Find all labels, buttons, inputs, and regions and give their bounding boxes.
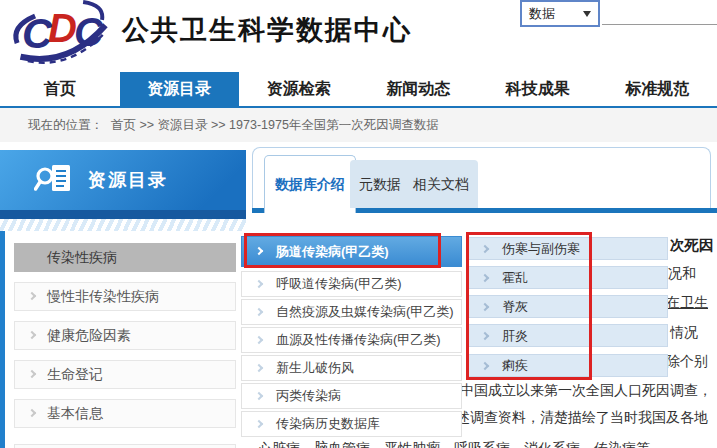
sidebar-item-label: 健康危险因素	[47, 327, 131, 343]
sidebar-item-infectious-disease[interactable]: 传染性疾病	[14, 243, 236, 272]
sidebar-item-label: 基本信息	[47, 405, 103, 421]
nav-item-resource-catalog[interactable]: 资源目录	[120, 72, 240, 106]
chevron-right-icon	[255, 247, 263, 255]
content-fragment: 况和	[668, 265, 696, 283]
category-item-history-db[interactable]: 传染病历史数据库	[241, 411, 462, 437]
content-paragraph-line: 心脏病、脑血管病、恶性肿瘤、呼吸系病、消化系病、传染病等	[258, 440, 650, 448]
category-item-intestinal[interactable]: 肠道传染病(甲乙类)	[241, 236, 462, 267]
nav-item-home[interactable]: 首页	[0, 72, 120, 106]
search-select-value: 数据	[529, 5, 555, 23]
chevron-right-icon	[255, 364, 263, 372]
submenu-item-cholera[interactable]: 霍乱	[467, 266, 668, 289]
submenu-item-label: 伤寒与副伤寒	[502, 241, 580, 256]
chevron-right-icon	[481, 274, 489, 282]
page: C D C 公共卫生科学数据中心 数据 首页 资源目录 资源检索 新闻动态 科技…	[0, 0, 717, 448]
site-title: 公共卫生科学数据中心	[122, 12, 412, 48]
chevron-right-icon	[255, 336, 263, 344]
search-input[interactable]	[602, 0, 717, 25]
category-item-label: 肠道传染病(甲乙类)	[276, 244, 389, 259]
sidebar-item-label: 生命登记	[47, 366, 103, 382]
submenu-item-polio[interactable]: 脊灰	[467, 295, 668, 318]
sidebar-header: 资源目录	[0, 150, 246, 210]
chevron-right-icon	[28, 370, 36, 378]
category-item-label: 血源及性传播传染病(甲乙类)	[276, 332, 441, 347]
sidebar-item-chronic-disease[interactable]: 慢性非传染性疾病	[14, 282, 236, 311]
chevron-right-icon	[28, 331, 36, 339]
chevron-right-icon	[255, 280, 263, 288]
chevron-right-icon	[481, 303, 489, 311]
submenu-item-dysentery[interactable]: 痢疾	[467, 354, 668, 377]
category-item-class-c[interactable]: 丙类传染病	[241, 383, 462, 409]
sidebar-item-health-risk[interactable]: 健康危险因素	[14, 321, 236, 350]
category-item-label: 自然疫源及虫媒传染病(甲乙类)	[276, 304, 454, 319]
content-fragment: 次死因	[670, 236, 714, 255]
chevron-right-icon	[481, 332, 489, 340]
category-item-label: 新生儿破伤风	[276, 360, 354, 375]
sidebar-item-partial	[14, 444, 236, 448]
submenu-item-label: 霍乱	[502, 270, 528, 285]
sidebar-item-label: 慢性非传染性疾病	[47, 288, 159, 304]
chevron-right-icon	[255, 392, 263, 400]
tab-database-intro[interactable]: 数据库介绍	[264, 155, 356, 213]
submenu-item-label: 痢疾	[502, 358, 528, 373]
chevron-right-icon	[481, 245, 489, 253]
breadcrumb: 现在的位置： 首页 >> 资源目录 >> 1973-1975年全国第一次死因调查…	[0, 108, 717, 142]
sidebar-dark-stripe	[0, 210, 246, 219]
cdc-logo: C D C	[6, 0, 118, 66]
catalog-search-icon	[34, 163, 74, 197]
sidebar-item-basic-info[interactable]: 基本信息	[14, 399, 236, 428]
submenu-item-typhoid[interactable]: 伤寒与副伤寒	[467, 237, 668, 260]
dropdown-arrow-icon	[583, 11, 591, 17]
sidebar-title: 资源目录	[88, 168, 168, 192]
chevron-right-icon	[255, 420, 263, 428]
nav-item-achievements[interactable]: 科技成果	[478, 72, 598, 106]
chevron-right-icon	[255, 308, 263, 316]
category-item-label: 丙类传染病	[276, 388, 341, 403]
category-item-natural-focus[interactable]: 自然疫源及虫媒传染病(甲乙类)	[241, 299, 462, 325]
submenu-item-label: 脊灰	[502, 299, 528, 314]
chevron-right-icon	[481, 362, 489, 370]
category-item-blood-borne[interactable]: 血源及性传播传染病(甲乙类)	[241, 327, 462, 353]
content-fragment: 除个别	[666, 353, 708, 371]
sidebar-item-label: 传染性疾病	[47, 249, 117, 265]
submenu-item-hepatitis[interactable]: 肝炎	[467, 324, 668, 347]
sidebar-item-vital-registration[interactable]: 生命登记	[14, 360, 236, 389]
category-item-label: 呼吸道传染病(甲乙类)	[276, 276, 402, 291]
category-item-neonatal-tetanus[interactable]: 新生儿破伤风	[241, 355, 462, 381]
breadcrumb-path[interactable]: 首页 >> 资源目录 >> 1973-1975年全国第一次死因调查数据	[111, 117, 439, 134]
main-nav: 首页 资源目录 资源检索 新闻动态 科技成果 标准规范	[0, 72, 717, 106]
chevron-right-icon	[28, 292, 36, 300]
content-paragraph-line: 中国成立以来第一次全国人口死因调查，	[460, 382, 712, 400]
sidebar-hatch-stripe	[0, 219, 246, 231]
category-item-label: 传染病历史数据库	[276, 416, 380, 431]
nav-item-resource-search[interactable]: 资源检索	[239, 72, 359, 106]
nav-item-standards[interactable]: 标准规范	[598, 72, 717, 106]
submenu-item-label: 肝炎	[502, 328, 528, 343]
content-fragment: 在卫生	[666, 294, 708, 312]
tab-related-docs[interactable]: 相关文档	[404, 160, 478, 208]
content-fragment: 情况	[670, 324, 698, 342]
tab-metadata[interactable]: 元数据	[350, 160, 410, 208]
search-category-select[interactable]: 数据	[520, 0, 600, 27]
logo-letter-c2: C	[74, 10, 104, 54]
category-item-respiratory[interactable]: 呼吸道传染病(甲乙类)	[241, 271, 462, 297]
nav-item-news[interactable]: 新闻动态	[359, 72, 479, 106]
content-paragraph-line: 述调查资料，清楚描绘了当时我国及各地	[456, 409, 708, 427]
breadcrumb-label: 现在的位置：	[28, 117, 103, 134]
logo-letter-d: D	[48, 6, 77, 50]
chevron-right-icon	[28, 409, 36, 417]
